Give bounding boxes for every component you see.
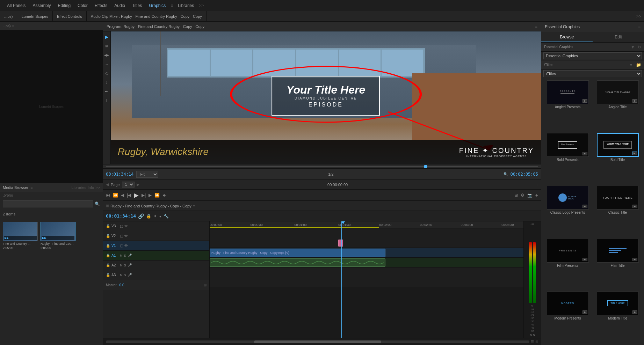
template-thumb-classic-logo[interactable]: CLASSICLOGO ▶	[547, 186, 589, 210]
a2-mic-icon[interactable]: 🎤	[128, 263, 132, 267]
playhead-line[interactable]	[341, 221, 342, 338]
eg-source-chevron[interactable]: ▼	[631, 45, 635, 50]
scrubber-bar[interactable]	[106, 166, 538, 167]
razor-tool-btn[interactable]: ◇	[103, 70, 110, 77]
export-frame-btn[interactable]: 📷	[527, 193, 533, 198]
v2-vis-icon[interactable]: ▢	[120, 234, 123, 238]
nav-effects[interactable]: Effects	[91, 2, 111, 9]
search-input[interactable]	[3, 200, 93, 207]
template-modern-title[interactable]: TITLE HERE ▶ Modern Title	[593, 292, 642, 343]
timeline-wrench-icon[interactable]: 🔧	[164, 214, 169, 219]
tab-audio-clip-mixer[interactable]: Audio Clip Mixer: Rugby - Fine and Count…	[87, 11, 207, 21]
tab-ps[interactable]: ...ps)	[0, 11, 17, 21]
project-panel-menu-icon[interactable]: ≡	[12, 24, 14, 28]
template-thumb-film-presents[interactable]: PRESENTS ▶	[547, 239, 589, 263]
play-to-in-btn[interactable]: ⏮	[106, 193, 110, 198]
info-label[interactable]: Info	[88, 185, 94, 190]
graphic-clip-v2[interactable]	[338, 240, 343, 247]
master-expand-icon[interactable]: ⊞	[204, 283, 207, 287]
a2-m-label[interactable]: M	[120, 264, 123, 267]
page-add-btn[interactable]: +	[536, 183, 538, 187]
media-thumb-2[interactable]: ▶▶	[41, 222, 75, 241]
next-frame-btn[interactable]: ▶	[149, 193, 152, 198]
v3-vis-icon[interactable]: ▢	[120, 224, 123, 228]
timeline-grid-icon[interactable]: ⊞	[535, 340, 538, 344]
a1-mic-icon[interactable]: 🎤	[128, 254, 132, 257]
browse-tab[interactable]: Browse	[541, 32, 593, 42]
v2-eye-icon[interactable]: 👁	[124, 234, 128, 238]
nav-libraries[interactable]: Libraries	[174, 2, 197, 9]
template-thumb-modern-title[interactable]: TITLE HERE ▶	[597, 292, 639, 315]
a3-m-label[interactable]: M	[120, 273, 123, 277]
v3-lock-icon[interactable]: 🔒	[106, 224, 110, 228]
a1-m-label[interactable]: M	[120, 254, 123, 257]
program-monitor-menu-icon[interactable]: ≡	[535, 24, 537, 29]
template-thumb-angled-presents[interactable]: PRESENTS ▶	[547, 80, 589, 104]
button-editor-icon[interactable]: ⊞	[514, 193, 518, 198]
timeline-scroll-track[interactable]	[106, 340, 529, 343]
stretch-tool-btn[interactable]: ↔	[103, 61, 110, 68]
page-select[interactable]: 1 2	[122, 182, 135, 188]
nav-titles[interactable]: Titles	[129, 2, 145, 9]
a3-s-label[interactable]: S	[124, 273, 126, 277]
eg-source-select[interactable]: Essential Graphics	[543, 52, 642, 59]
a2-s-label[interactable]: S	[124, 264, 126, 267]
media-thumb-1[interactable]: ▶▶	[3, 222, 38, 241]
template-modern-presents[interactable]: MODERN ▶ Modern Presents	[543, 292, 592, 343]
zoom-icon[interactable]: 🔍	[504, 172, 508, 176]
nav-assembly[interactable]: Assembly	[29, 2, 54, 9]
v1-eye-icon[interactable]: 👁	[124, 244, 128, 248]
monitor-scrubber[interactable]	[103, 164, 541, 168]
a1-lock-icon[interactable]: 🔒	[106, 254, 110, 257]
v3-eye-icon[interactable]: 👁	[124, 224, 128, 228]
timeline-timecode[interactable]: 00:01:34:14	[106, 213, 136, 219]
prev-frame-btn[interactable]: ◀	[121, 193, 124, 198]
eg-source-refresh-icon[interactable]: ↻	[638, 45, 641, 50]
tab-lumetri[interactable]: Lumetri Scopes	[17, 11, 52, 21]
a1-s-label[interactable]: S	[124, 254, 126, 257]
text-tool-btn[interactable]: T	[103, 97, 110, 104]
nav-graphics[interactable]: Graphics	[145, 2, 169, 9]
essential-graphics-menu-icon[interactable]: ≡	[638, 24, 641, 29]
eg-folder-chevron[interactable]: ▼	[629, 63, 633, 67]
step-forward-btn[interactable]: ⏩	[154, 193, 160, 198]
template-thumb-classic-title[interactable]: YOUR TITLE HERE ▶	[597, 186, 639, 210]
eg-folder-icon[interactable]: 📁	[636, 63, 641, 67]
template-thumb-film-title[interactable]: ▶	[597, 239, 639, 263]
template-film-presents[interactable]: PRESENTS ▶ Film Presents	[543, 239, 592, 290]
template-film-title[interactable]: ▶ Film Title	[593, 239, 642, 290]
page-right-arrow[interactable]: ▶	[137, 182, 139, 187]
timeline-marker-icon[interactable]: ⬧	[159, 214, 161, 219]
header-expand-icon[interactable]: >>	[95, 185, 100, 190]
v2-lock-icon[interactable]: 🔒	[106, 234, 110, 238]
step-back-btn[interactable]: ⏪	[113, 193, 118, 198]
nav-audio[interactable]: Audio	[111, 2, 129, 9]
eg-folder-select[interactable]: \Titles	[543, 70, 642, 77]
a2-lock-icon[interactable]: 🔒	[106, 263, 110, 267]
nav-graphics-settings-icon[interactable]: ≡	[171, 3, 173, 8]
track-select-tool-btn[interactable]: ⊞	[103, 43, 110, 50]
go-to-out-btn[interactable]: ▶|	[142, 193, 146, 198]
add-marker-btn[interactable]: +	[535, 192, 538, 198]
fit-selector[interactable]: Fit 25% 50% 100%	[136, 171, 158, 178]
timeline-header-expand[interactable]: ⊞	[106, 204, 109, 208]
audio-clip-a1[interactable]	[210, 258, 385, 267]
timeline-scroll-thumb[interactable]	[254, 340, 381, 343]
template-classic-logo[interactable]: CLASSICLOGO ▶ Classic Logo Presents	[543, 186, 592, 237]
a3-lock-icon[interactable]: 🔒	[106, 273, 110, 277]
v1-lock-icon[interactable]: 🔒	[106, 244, 110, 248]
pen-tool-btn[interactable]: ✒	[103, 88, 110, 95]
template-angled-presents[interactable]: PRESENTS ▶ Angled Presents	[543, 80, 592, 132]
libraries-label[interactable]: Libraries	[72, 185, 86, 190]
video-clip-v1[interactable]: Rugby - Fine and Country Rugby - Copy - …	[210, 249, 385, 257]
template-thumb-bold-presents[interactable]: Bold Presents ▶	[547, 133, 589, 157]
timeline-magnet-icon[interactable]: ✦	[153, 214, 157, 219]
media-item-2[interactable]: ▶▶ Rugby - Fine and Country ... 2:05:05	[41, 222, 75, 250]
template-bold-title[interactable]: YOUR TITLE HERE ▶ Bold Title	[593, 133, 642, 184]
a3-mic-icon[interactable]: 🎤	[128, 273, 132, 277]
nav-color[interactable]: Color	[74, 2, 91, 9]
page-left-arrow[interactable]: ◀	[106, 182, 109, 187]
settings-btn[interactable]: ⚙	[521, 193, 524, 198]
template-thumb-bold-title[interactable]: YOUR TITLE HERE ▶	[597, 133, 639, 157]
template-bold-presents[interactable]: Bold Presents ▶ Bold Presents	[543, 133, 592, 184]
